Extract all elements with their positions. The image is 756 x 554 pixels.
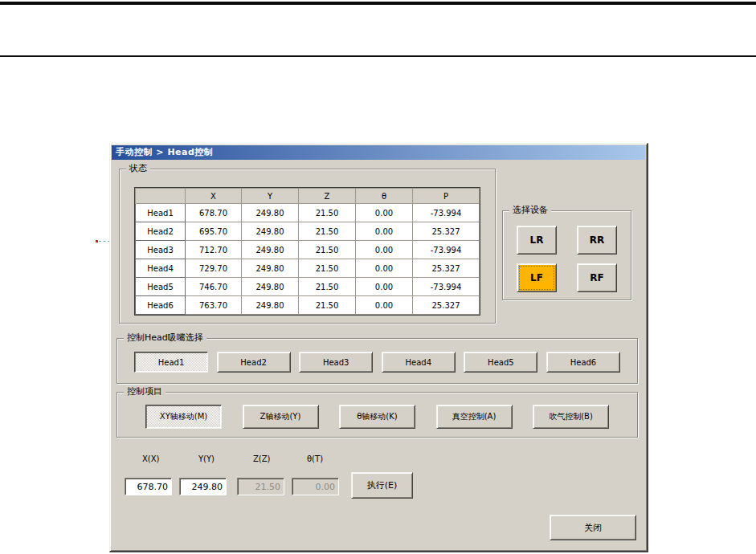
status-cell: 249.80: [242, 204, 299, 222]
dialog-titlebar: 手动控制 > Head控制: [112, 145, 645, 160]
status-cell: 0.00: [356, 278, 413, 296]
control-button-z-y[interactable]: Z轴移动(Y): [243, 405, 319, 429]
theta-input: [292, 478, 339, 495]
status-cell: -73.994: [413, 241, 480, 259]
y-field-label: Y(Y): [198, 454, 215, 463]
status-table-row: Head3712.70249.8021.500.00-73.994: [136, 241, 480, 259]
status-cell: 678.70: [186, 204, 242, 222]
dialog-title: 手动控制 > Head控制: [116, 147, 213, 157]
x-input[interactable]: [125, 478, 172, 495]
status-cell: 21.50: [299, 296, 356, 315]
device-group-label: 选择设备: [509, 205, 551, 216]
status-cell: 249.80: [242, 296, 299, 315]
status-table-row: Head5746.70249.8021.500.00-73.994: [136, 278, 480, 296]
z-input: [237, 478, 284, 495]
status-table-row: Head4729.70249.8021.500.0025.327: [136, 259, 480, 278]
page-top-rule: [0, 2, 756, 5]
device-button-lr[interactable]: LR: [517, 226, 557, 255]
status-cell: 0.00: [356, 259, 413, 278]
status-cell: -73.994: [413, 204, 480, 222]
status-cell: 712.70: [186, 241, 242, 259]
status-cell: 249.80: [242, 241, 299, 259]
status-cell: 729.70: [186, 259, 242, 278]
head-button-head2[interactable]: Head2: [217, 352, 291, 373]
status-table-row: Head6763.70249.8021.500.0025.327: [136, 296, 480, 315]
device-button-rr[interactable]: RR: [577, 226, 617, 255]
status-cell: 21.50: [299, 241, 356, 259]
status-cell: 21.50: [299, 278, 356, 296]
status-column-header: X: [186, 189, 242, 204]
device-button-rf[interactable]: RF: [577, 263, 617, 292]
control-button-xy-m[interactable]: XY轴移动(M): [145, 405, 222, 429]
control-button-row: XY轴移动(M)Z轴移动(Y)θ轴移动(K)真空控制(A)吹气控制(B): [117, 405, 637, 429]
status-cell: 0.00: [356, 222, 413, 241]
head-button-head4[interactable]: Head4: [382, 352, 456, 373]
status-cell: 21.50: [299, 259, 356, 278]
status-table-grid: XYZθPHead1678.70249.8021.500.00-73.994He…: [135, 188, 480, 315]
device-button-lf[interactable]: LF: [517, 263, 557, 292]
status-cell: 21.50: [299, 204, 356, 222]
status-cell: 25.327: [413, 259, 480, 278]
anchor-dash: [99, 241, 110, 242]
z-field-label: Z(Z): [253, 454, 271, 463]
status-table-row: Head1678.70249.8021.500.00-73.994: [136, 204, 480, 222]
head-button-head3[interactable]: Head3: [299, 352, 373, 373]
page-anchor-artifact: [96, 240, 110, 242]
status-cell: 249.80: [242, 259, 299, 278]
control-button-k[interactable]: θ轴移动(K): [339, 405, 415, 429]
control-items-group: 控制项目 XY轴移动(M)Z轴移动(Y)θ轴移动(K)真空控制(A)吹气控制(B…: [116, 392, 638, 438]
status-table-header-row: XYZθP: [136, 189, 480, 204]
head-button-head1[interactable]: Head1: [134, 352, 208, 373]
control-button-a[interactable]: 真空控制(A): [436, 405, 513, 429]
status-group-label: 状态: [126, 163, 150, 174]
status-cell: 763.70: [186, 296, 242, 315]
status-column-header: P: [413, 189, 480, 204]
status-column-header: [136, 189, 186, 204]
head-row-label: Head6: [136, 296, 186, 315]
head-row-label: Head2: [136, 222, 186, 241]
head-control-dialog: 手动控制 > Head控制 状态 XYZθPHead1678.70249.802…: [109, 143, 648, 552]
control-button-b[interactable]: 吹气控制(B): [533, 405, 609, 429]
status-column-header: θ: [356, 189, 413, 204]
status-cell: -73.994: [413, 278, 480, 296]
head-button-head5[interactable]: Head5: [464, 352, 537, 373]
status-cell: 25.327: [413, 296, 480, 315]
status-table: XYZθPHead1678.70249.8021.500.00-73.994He…: [134, 187, 480, 316]
status-cell: 746.70: [186, 278, 242, 296]
status-table-row: Head2695.70249.8021.500.0025.327: [136, 222, 480, 241]
anchor-dot: [96, 240, 98, 242]
status-cell: 249.80: [242, 278, 299, 296]
theta-field-label: θ(T): [307, 454, 323, 463]
status-cell: 0.00: [356, 241, 413, 259]
status-cell: 695.70: [186, 222, 242, 241]
control-group-label: 控制项目: [124, 386, 166, 397]
status-column-header: Y: [242, 189, 299, 204]
device-select-group: 选择设备 LRRRLFRF: [502, 210, 631, 300]
close-button[interactable]: 关闭: [550, 515, 636, 540]
head-button-head6[interactable]: Head6: [546, 352, 620, 373]
head-row-label: Head5: [136, 278, 186, 296]
status-cell: 0.00: [356, 204, 413, 222]
execute-button[interactable]: 执行(E): [351, 472, 413, 499]
status-cell: 21.50: [299, 222, 356, 241]
status-cell: 0.00: [356, 296, 413, 315]
y-input[interactable]: [179, 478, 227, 495]
head-row-label: Head3: [136, 241, 186, 259]
head-button-row: Head1Head2Head3Head4Head5Head6: [117, 352, 637, 373]
head-group-label: 控制Head吸嘴选择: [124, 332, 206, 344]
status-group: 状态 XYZθPHead1678.70249.8021.500.00-73.99…: [119, 169, 496, 324]
head-row-label: Head4: [136, 259, 186, 278]
x-field-label: X(X): [142, 454, 160, 463]
status-column-header: Z: [299, 189, 356, 204]
head-row-label: Head1: [136, 204, 186, 222]
device-button-grid: LRRRLFRF: [517, 226, 617, 292]
page-header-divider: [0, 55, 756, 57]
status-cell: 25.327: [413, 222, 480, 241]
head-nozzle-select-group: 控制Head吸嘴选择 Head1Head2Head3Head4Head5Head…: [116, 338, 638, 384]
status-cell: 249.80: [242, 222, 299, 241]
